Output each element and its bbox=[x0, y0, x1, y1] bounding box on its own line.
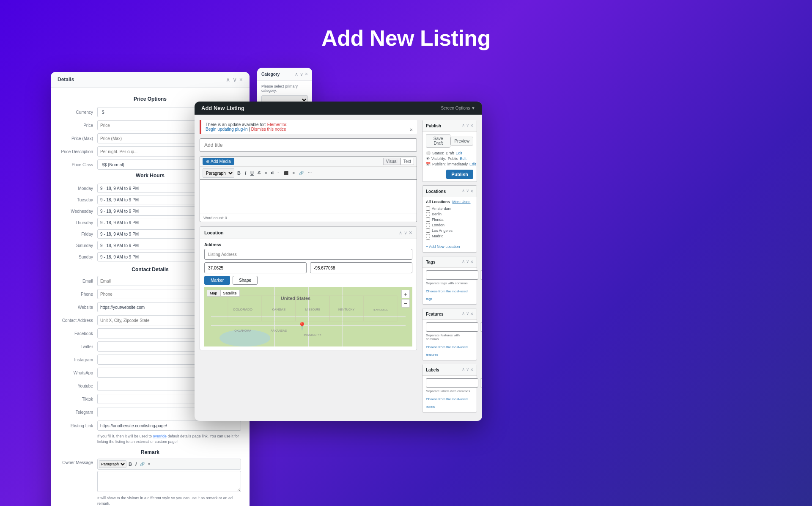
visual-text-tabs: Visual Text bbox=[383, 158, 414, 165]
preview-button[interactable]: Preview bbox=[450, 137, 473, 146]
add-new-location-link[interactable]: + Add New Location bbox=[426, 245, 460, 249]
map-zoom-out[interactable]: − bbox=[401, 299, 410, 308]
map-visual: COLORADO KANSAS MISSOURI KENTUCKY TENNES… bbox=[204, 287, 412, 346]
tags-chevron-up-icon[interactable]: ∧ bbox=[462, 259, 465, 265]
features-title: Features bbox=[426, 312, 444, 316]
locations-chevron-down-icon[interactable]: ∨ bbox=[466, 188, 469, 194]
lng-input[interactable] bbox=[310, 262, 412, 273]
align-center-btn[interactable]: ≡ bbox=[291, 170, 296, 176]
labels-chevron-up-icon[interactable]: ∧ bbox=[462, 367, 465, 373]
text-tab[interactable]: Text bbox=[401, 158, 414, 165]
phone-label: Phone bbox=[59, 292, 97, 297]
link-btn[interactable]: 🔗 bbox=[298, 170, 305, 176]
location-checkbox-london[interactable] bbox=[426, 223, 430, 227]
status-edit-link[interactable]: Edit bbox=[456, 151, 463, 155]
publish-chevron-up-icon[interactable]: ∧ bbox=[462, 123, 465, 129]
labels-close-icon[interactable]: × bbox=[470, 367, 473, 373]
post-title-input[interactable] bbox=[200, 138, 417, 152]
owner-msg-para-select[interactable]: Paragraph bbox=[99, 460, 126, 468]
location-close-icon[interactable]: × bbox=[409, 229, 412, 236]
all-locations-tab[interactable]: All Locations bbox=[426, 200, 450, 204]
twitter-label: Twitter bbox=[59, 344, 97, 349]
locations-close-icon[interactable]: × bbox=[470, 188, 473, 194]
map-zoom-in[interactable]: + bbox=[401, 290, 410, 298]
choose-features-link[interactable]: Choose from the most-used features bbox=[426, 345, 468, 357]
chevron-up-icon[interactable]: ∧ bbox=[226, 76, 230, 83]
location-chevron-down-icon[interactable]: ∨ bbox=[404, 230, 407, 236]
lat-input[interactable] bbox=[204, 262, 307, 273]
cat-chevron-down-icon[interactable]: ∨ bbox=[300, 72, 303, 77]
publish-close-icon[interactable]: × bbox=[470, 123, 473, 129]
wp-content-area: There is an update available for: Elemen… bbox=[200, 120, 417, 416]
publish-time-icon: 📅 bbox=[426, 162, 431, 166]
location-chevron-up-icon[interactable]: ∧ bbox=[399, 230, 402, 236]
tags-input-row: Add bbox=[426, 270, 473, 280]
features-input[interactable] bbox=[426, 322, 478, 332]
owner-msg-bold[interactable]: B bbox=[127, 461, 133, 468]
location-checkbox-moscow[interactable] bbox=[426, 239, 430, 240]
listing-link-input[interactable] bbox=[97, 421, 241, 431]
number-list-btn[interactable]: ⑆ bbox=[270, 170, 274, 176]
publish-button[interactable]: Publish bbox=[446, 170, 473, 179]
labels-add-button[interactable]: Add bbox=[480, 378, 482, 388]
visibility-edit-link[interactable]: Edit bbox=[460, 157, 466, 161]
owner-msg-list[interactable]: ≡ bbox=[147, 461, 151, 467]
location-checkbox-los-angeles[interactable] bbox=[426, 228, 430, 233]
publish-chevron-down-icon[interactable]: ∨ bbox=[466, 123, 469, 129]
location-checkbox-madrid[interactable] bbox=[426, 234, 430, 238]
location-checkbox-berlin[interactable] bbox=[426, 212, 430, 216]
bold-btn[interactable]: B bbox=[236, 170, 242, 176]
screen-options[interactable]: Screen Options ▼ bbox=[441, 106, 475, 110]
more-btn[interactable]: ⋯ bbox=[307, 170, 313, 176]
elementor-link[interactable]: Elementor bbox=[267, 122, 286, 127]
tags-add-button[interactable]: Add bbox=[480, 270, 482, 280]
italic-btn[interactable]: I bbox=[244, 170, 247, 176]
cat-close-icon[interactable]: × bbox=[305, 71, 308, 77]
labels-input[interactable] bbox=[426, 378, 478, 388]
owner-msg-italic[interactable]: I bbox=[134, 461, 138, 468]
location-checkbox-amsterdam[interactable] bbox=[426, 206, 430, 211]
paragraph-select[interactable]: Paragraph bbox=[203, 168, 234, 178]
notice-close-icon[interactable]: × bbox=[410, 127, 413, 133]
save-draft-button[interactable]: Save Draft bbox=[426, 134, 450, 148]
tags-close-icon[interactable]: × bbox=[470, 259, 473, 265]
map-type-map[interactable]: Map bbox=[207, 290, 220, 297]
add-media-button[interactable]: ⊕ Add Media bbox=[203, 158, 234, 165]
dismiss-notice-link[interactable]: Dismiss this notice bbox=[251, 127, 286, 132]
most-used-tab[interactable]: Most Used bbox=[453, 200, 471, 204]
begin-update-link[interactable]: Begin updating plug-in bbox=[206, 127, 248, 132]
svg-text:KANSAS: KANSAS bbox=[272, 308, 285, 311]
owner-msg-link[interactable]: 🔗 bbox=[139, 461, 146, 467]
align-left-btn[interactable]: ⬛ bbox=[283, 170, 290, 176]
locations-chevron-up-icon[interactable]: ∧ bbox=[462, 188, 465, 194]
features-chevron-down-icon[interactable]: ∨ bbox=[466, 311, 469, 317]
email-label: Email bbox=[59, 279, 97, 283]
labels-chevron-down-icon[interactable]: ∨ bbox=[466, 367, 469, 373]
choose-labels-link[interactable]: Choose from the most-used labels bbox=[426, 397, 468, 409]
tags-input[interactable] bbox=[426, 270, 478, 280]
status-icon: ⚪ bbox=[426, 151, 431, 155]
bullet-list-btn[interactable]: ≡ bbox=[263, 170, 268, 176]
features-close-icon[interactable]: × bbox=[470, 311, 473, 317]
shape-tab[interactable]: Shape bbox=[233, 276, 258, 285]
blockquote-btn[interactable]: " bbox=[276, 170, 280, 176]
address-input[interactable] bbox=[204, 249, 412, 260]
tags-chevron-down-icon[interactable]: ∨ bbox=[466, 259, 469, 265]
choose-tags-link[interactable]: Choose from the most-used tags bbox=[426, 289, 468, 301]
editor-area[interactable] bbox=[200, 180, 417, 214]
strikethrough-btn[interactable]: S̶ bbox=[257, 170, 262, 176]
visual-tab[interactable]: Visual bbox=[383, 158, 401, 165]
cat-chevron-up-icon[interactable]: ∧ bbox=[295, 72, 298, 77]
publish-time-edit-link[interactable]: Edit bbox=[469, 162, 476, 166]
chevron-down-icon[interactable]: ∨ bbox=[233, 76, 237, 83]
marker-tab[interactable]: Marker bbox=[204, 276, 230, 285]
features-add-button[interactable]: Add bbox=[480, 322, 482, 332]
location-checkbox-florida[interactable] bbox=[426, 217, 430, 222]
close-icon[interactable]: × bbox=[239, 76, 243, 83]
features-chevron-up-icon[interactable]: ∧ bbox=[462, 311, 465, 317]
map-type-satellite[interactable]: Satellite bbox=[220, 290, 240, 297]
underline-btn[interactable]: U bbox=[249, 170, 255, 176]
details-panel-controls[interactable]: ∧ ∨ × bbox=[226, 76, 243, 83]
location-item-florida: Florida bbox=[426, 217, 473, 222]
owner-message-textarea[interactable] bbox=[97, 471, 241, 492]
